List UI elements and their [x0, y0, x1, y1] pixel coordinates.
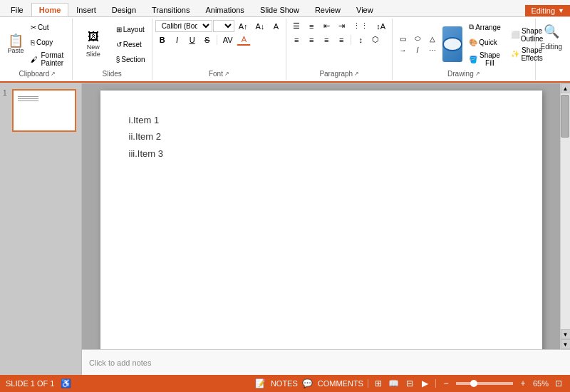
paragraph-group: ☰ ≡ ⇤ ⇥ ⋮⋮ ↕A ≡ ≡ ≡ ≡ ↕ ⬡ Para: [286, 19, 393, 80]
notes-status-icon[interactable]: 📝: [255, 378, 266, 389]
zoom-slider[interactable]: [456, 382, 513, 385]
slide-content: i.Item 1 ii.Item 2 iii.Item 3: [100, 91, 542, 183]
reset-button[interactable]: ↺ Reset: [113, 37, 149, 51]
clipboard-expand[interactable]: ↗: [51, 71, 56, 77]
comments-icon[interactable]: 💬: [302, 378, 314, 389]
strikethrough-button[interactable]: S: [200, 34, 214, 46]
zoom-out-icon[interactable]: −: [440, 378, 452, 389]
tab-design[interactable]: Design: [104, 3, 144, 16]
decrease-indent-button[interactable]: ⇤: [319, 20, 333, 32]
tab-insert[interactable]: Insert: [68, 3, 104, 16]
layout-button[interactable]: ⊞ Layout: [113, 22, 149, 36]
slide-item-3-text: iii.Item 3: [129, 145, 514, 162]
paste-button[interactable]: 📋 Paste: [6, 20, 26, 68]
scroll-up-button[interactable]: ▲: [561, 83, 571, 93]
editing-mode-button[interactable]: Editing ▼: [525, 5, 570, 16]
shape-triangle-button[interactable]: △: [425, 33, 440, 44]
arrange-button[interactable]: ⧉ Arrange: [465, 20, 504, 34]
convert-to-smartart-button[interactable]: ⬡: [368, 33, 383, 46]
section-button[interactable]: § Section: [113, 52, 149, 66]
status-right: 📝 NOTES 💬 COMMENTS ⊞ 📖 ⊟ ▶ − + 65% ⊡: [255, 378, 564, 389]
scroll-thumb[interactable]: [561, 95, 569, 138]
font-name-selector[interactable]: Calibri (Body): [155, 20, 212, 32]
font-content: Calibri (Body) 18 A↑ A↓ A B I U S AV: [155, 20, 284, 68]
clipboard-actions: ✂ Cut ⎘ Copy 🖌 Format Painter: [27, 20, 69, 68]
status-left: SLIDE 1 OF 1 ♿: [6, 378, 71, 389]
slide-thumbnail[interactable]: [12, 89, 76, 132]
copy-icon: ⎘: [31, 38, 35, 46]
comments-status-label[interactable]: COMMENTS: [318, 379, 363, 388]
para-row-1: ☰ ≡ ⇤ ⇥ ⋮⋮ ↕A: [289, 20, 389, 32]
tab-file[interactable]: File: [3, 3, 31, 16]
paragraph-expand[interactable]: ↗: [354, 71, 359, 77]
thumb-line-1: [18, 96, 39, 97]
notes-status-label[interactable]: NOTES: [271, 379, 298, 388]
new-slide-button[interactable]: 🖼 New Slide: [76, 23, 111, 66]
italic-button[interactable]: I: [170, 34, 185, 46]
increase-indent-button[interactable]: ⇥: [334, 20, 348, 32]
shape-arrow-button[interactable]: →: [395, 45, 410, 56]
bold-button[interactable]: B: [155, 34, 170, 46]
tab-slideshow[interactable]: Slide Show: [252, 3, 307, 16]
text-direction-button[interactable]: ↕A: [373, 21, 389, 32]
font-row-1: Calibri (Body) 18 A↑ A↓ A: [155, 20, 284, 32]
align-right-button[interactable]: ≡: [319, 34, 333, 46]
increase-font-size-button[interactable]: A↑: [235, 21, 252, 32]
bullets-button[interactable]: ☰: [289, 20, 304, 32]
drawing-expand[interactable]: ↗: [475, 71, 480, 77]
shape-rect-button[interactable]: ▭: [395, 33, 410, 44]
slide-panel: 1: [0, 83, 82, 375]
clipboard-group: 📋 Paste ✂ Cut ⎘ Copy 🖌: [3, 19, 73, 80]
accessibility-icon[interactable]: ♿: [60, 378, 71, 389]
shape-line-button[interactable]: /: [410, 45, 425, 56]
layout-icon: ⊞: [116, 26, 122, 33]
decrease-font-size-button[interactable]: A↓: [252, 21, 268, 32]
char-spacing-button[interactable]: AV: [219, 34, 237, 46]
font-size-selector[interactable]: 18: [213, 20, 234, 32]
clear-format-button[interactable]: A: [269, 21, 283, 32]
presenter-view-icon[interactable]: ▶: [420, 378, 431, 389]
find-button[interactable]: 🔍: [537, 21, 566, 41]
tab-transitions[interactable]: Transitions: [144, 3, 197, 16]
tab-home[interactable]: Home: [31, 3, 69, 16]
scroll-track: [561, 93, 570, 329]
font-expand[interactable]: ↗: [224, 71, 229, 77]
zoom-in-icon[interactable]: +: [517, 378, 529, 389]
align-center-button[interactable]: ≡: [304, 34, 318, 46]
copy-button[interactable]: ⎘ Copy: [27, 35, 69, 49]
canvas-wrapper: i.Item 1 ii.Item 2 iii.Item 3 ▲ ▼ ▼ Clic…: [82, 83, 570, 375]
columns-button[interactable]: ⋮⋮: [349, 20, 372, 32]
tab-animations[interactable]: Animations: [197, 3, 252, 16]
thumb-line-2: [18, 98, 39, 99]
slide-info: SLIDE 1 OF 1: [6, 379, 54, 388]
section-icon: §: [116, 56, 120, 63]
line-spacing-button[interactable]: ↕: [353, 34, 368, 46]
underline-button[interactable]: U: [185, 34, 200, 46]
reading-view-icon[interactable]: 📖: [388, 378, 400, 389]
cut-button[interactable]: ✂ Cut: [27, 20, 69, 34]
justify-button[interactable]: ≡: [334, 34, 348, 46]
tab-view[interactable]: View: [348, 3, 381, 16]
quick-styles-button[interactable]: 🎨 Quick: [465, 35, 504, 49]
format-painter-button[interactable]: 🖌 Format Painter: [27, 50, 69, 68]
ribbon: File Home Insert Design Transitions Anim…: [0, 0, 570, 83]
shape-fill-button[interactable]: 🪣 Shape Fill: [465, 50, 504, 68]
slide-number: 1: [3, 89, 7, 97]
normal-view-icon[interactable]: ⊞: [373, 378, 384, 389]
slide-item-1: 1: [3, 89, 78, 132]
notes-area[interactable]: Click to add notes: [82, 349, 570, 375]
align-left-button[interactable]: ≡: [289, 34, 304, 46]
slide-canvas[interactable]: i.Item 1 ii.Item 2 iii.Item 3: [100, 91, 542, 349]
tab-review[interactable]: Review: [307, 3, 348, 16]
slide-sorter-icon[interactable]: ⊟: [404, 378, 415, 389]
scroll-down-button-2[interactable]: ▼: [561, 339, 571, 349]
font-color-button[interactable]: A: [237, 33, 251, 46]
scroll-down-button-1[interactable]: ▼: [561, 329, 571, 339]
shapes-button[interactable]: [442, 26, 462, 62]
slide-item-2-text: ii.Item 2: [129, 128, 514, 145]
slides-footer: Slides: [76, 68, 149, 80]
shape-more-button[interactable]: ⋯: [425, 45, 440, 56]
numbering-button[interactable]: ≡: [304, 21, 318, 32]
shape-oval-button[interactable]: ⬭: [410, 33, 425, 44]
fit-to-window-icon[interactable]: ⊡: [553, 378, 564, 389]
